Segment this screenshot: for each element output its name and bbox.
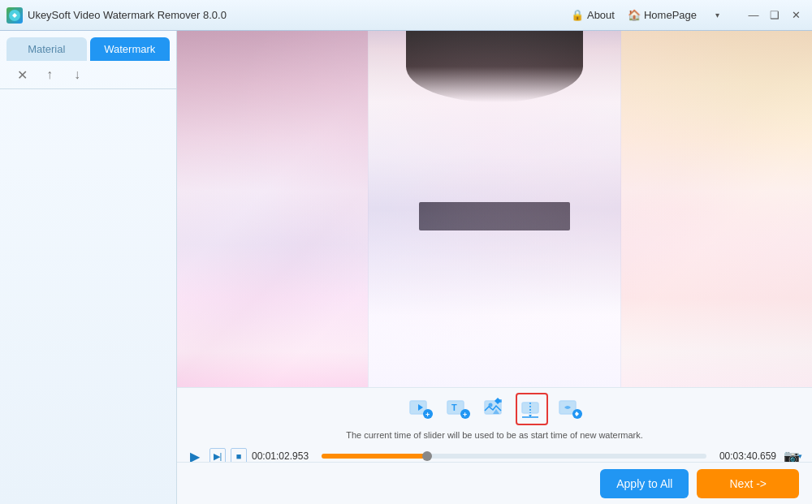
homepage-nav[interactable]: 🏠 HomePage (628, 9, 697, 21)
set-start-time-button[interactable] (516, 393, 548, 425)
app-icon (6, 7, 23, 24)
add-text-watermark-button[interactable]: T + (441, 393, 473, 425)
progress-bar[interactable] (322, 454, 706, 459)
video-background (177, 31, 812, 387)
app-title: UkeySoft Video Watermark Remover 8.0.0 (28, 9, 227, 21)
sidebar-tabs: Material Watermark (0, 31, 176, 61)
add-animated-watermark-button[interactable] (553, 393, 585, 425)
home-icon: 🏠 (628, 9, 641, 21)
lock-icon: 🔒 (571, 9, 584, 21)
toolbar-icons: + T + (185, 393, 804, 425)
end-time: 00:03:40.659 (711, 450, 776, 462)
svg-text:+: + (425, 411, 430, 419)
video-frame (177, 31, 812, 387)
progress-fill (322, 454, 430, 459)
sidebar-actions: ✕ ↑ ↓ (0, 61, 176, 89)
window-controls: — ❑ ✕ (744, 6, 806, 25)
about-nav[interactable]: 🔒 About (571, 9, 615, 21)
svg-text:T: T (451, 403, 457, 412)
next-button[interactable]: Next -> (697, 469, 799, 498)
video-controls-area: + T + (177, 387, 812, 472)
toolbar-tooltip: The current time of slider will be used … (292, 429, 698, 442)
about-label: About (587, 9, 615, 21)
title-bar: UkeySoft Video Watermark Remover 8.0.0 🔒… (0, 0, 812, 31)
tab-material[interactable]: Material (6, 37, 87, 61)
svg-text:+: + (463, 411, 467, 419)
title-left: UkeySoft Video Watermark Remover 8.0.0 (6, 7, 227, 24)
camera-dropdown-icon[interactable]: ▾ (798, 452, 802, 460)
svg-rect-11 (497, 399, 502, 403)
tab-watermark[interactable]: Watermark (90, 37, 171, 61)
minimize-button[interactable]: — (744, 6, 763, 25)
move-down-icon[interactable]: ↓ (68, 66, 86, 84)
progress-handle[interactable] (422, 451, 432, 461)
homepage-label: HomePage (644, 9, 697, 21)
figure-center (368, 31, 622, 387)
title-right: 🔒 About 🏠 HomePage ▾ — ❑ ✕ (571, 6, 806, 25)
apply-all-button[interactable]: Apply to All (600, 469, 689, 498)
restore-button[interactable]: ❑ (765, 6, 784, 25)
add-video-watermark-button[interactable]: + (404, 393, 436, 425)
sidebar: Material Watermark ✕ ↑ ↓ (0, 31, 177, 504)
sidebar-content (0, 89, 176, 504)
main-layout: Material Watermark ✕ ↑ ↓ (0, 31, 812, 504)
add-image-watermark-button[interactable] (478, 393, 511, 425)
figure-right (621, 31, 812, 387)
nav-dropdown[interactable]: ▾ (710, 6, 724, 25)
bottom-bar: Apply to All Next -> (177, 462, 812, 504)
move-up-icon[interactable]: ↑ (41, 66, 58, 84)
close-button[interactable]: ✕ (786, 6, 806, 25)
figure-left (177, 31, 368, 387)
current-time: 00:01:02.953 (252, 450, 317, 462)
video-area: + T + (177, 31, 812, 504)
delete-icon[interactable]: ✕ (13, 66, 31, 84)
